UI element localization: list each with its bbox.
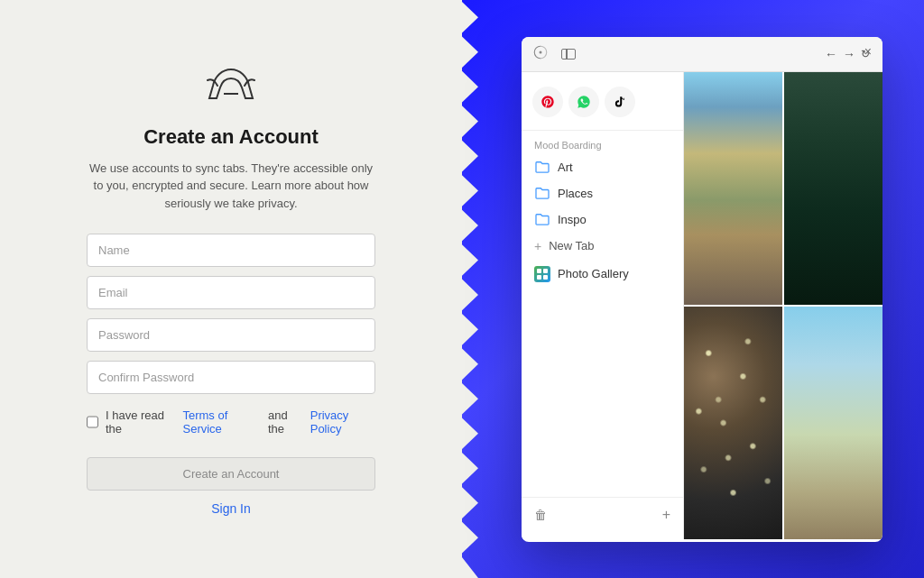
photo-gallery-label: Photo Gallery [558, 267, 629, 280]
browser-sidebar: Mood Boarding Art Places [522, 72, 684, 539]
browser-toolbar: ← → ↻ [522, 37, 882, 72]
password-input[interactable] [87, 318, 375, 352]
tos-row: I have read the Terms of Service and the… [87, 408, 375, 436]
photo-aerial [684, 72, 782, 305]
form-description: We use accounts to sync tabs. They're ac… [87, 160, 375, 213]
photo-gallery-item[interactable]: Photo Gallery [522, 260, 683, 289]
section-label: Mood Boarding [522, 131, 683, 154]
new-tab-button[interactable]: + New Tab [522, 233, 683, 260]
sidebar-places-label: Places [558, 187, 593, 200]
folder-icon-art [534, 161, 550, 173]
svg-rect-4 [543, 275, 548, 280]
svg-point-0 [540, 50, 542, 53]
arc-browser-icon [532, 44, 549, 64]
email-input[interactable] [87, 276, 375, 309]
tiktok-icon[interactable] [605, 87, 635, 117]
photo-landscape [784, 307, 882, 539]
add-icon[interactable]: + [662, 507, 670, 523]
svg-rect-1 [537, 269, 541, 273]
form-fields [87, 234, 375, 394]
create-account-button[interactable]: Create an Account [87, 457, 375, 491]
browser-close-button[interactable]: × [864, 44, 872, 59]
photo-dark-pool [784, 72, 882, 305]
photo-gallery-icon [534, 266, 550, 282]
folder-icon-inspo [534, 213, 550, 225]
checkbox-label-start: I have read the [106, 408, 175, 436]
forward-button[interactable]: → [841, 45, 857, 63]
photo-lights [684, 307, 782, 539]
page-title: Create an Account [143, 125, 319, 149]
trash-icon[interactable]: 🗑 [534, 508, 547, 522]
right-panel: × ← → ↻ [462, 0, 924, 578]
plus-icon: + [534, 239, 541, 253]
sidebar-toggle-icon [561, 49, 576, 60]
arc-logo-icon [204, 62, 258, 111]
tos-checkbox[interactable] [87, 416, 98, 428]
svg-rect-2 [543, 269, 548, 273]
checkbox-label-mid: and the [268, 408, 303, 436]
left-panel: Create an Account We use accounts to syn… [0, 0, 462, 578]
confirm-password-input[interactable] [87, 361, 375, 394]
browser-window: × ← → ↻ [522, 37, 882, 542]
privacy-link[interactable]: Privacy Policy [310, 408, 375, 436]
sidebar-item-inspo[interactable]: Inspo [522, 206, 683, 233]
whatsapp-icon[interactable] [568, 87, 599, 117]
social-icons-row [522, 79, 683, 131]
name-input[interactable] [87, 234, 375, 267]
sidebar-item-art[interactable]: Art [522, 154, 683, 180]
sidebar-art-label: Art [558, 161, 573, 174]
sidebar-toggle-button[interactable] [558, 47, 579, 61]
photo-grid [684, 72, 882, 539]
browser-body: Mood Boarding Art Places [522, 72, 882, 539]
sidebar-item-places[interactable]: Places [522, 180, 683, 206]
sidebar-inspo-label: Inspo [558, 213, 587, 226]
sidebar-footer: 🗑 + [522, 497, 683, 532]
svg-rect-3 [537, 275, 541, 280]
tos-link[interactable]: Terms of Service [182, 408, 260, 436]
pinterest-icon[interactable] [532, 87, 563, 117]
back-button[interactable]: ← [823, 45, 839, 63]
folder-icon-places [534, 187, 550, 199]
signin-link[interactable]: Sign In [211, 501, 251, 516]
new-tab-label: New Tab [549, 239, 594, 252]
